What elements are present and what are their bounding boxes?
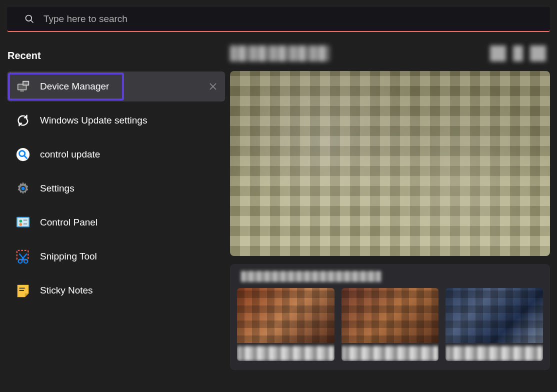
- blurred-header-icons: [490, 46, 546, 62]
- recent-item-snipping-tool[interactable]: Snipping Tool: [7, 242, 225, 272]
- svg-line-1: [31, 20, 34, 23]
- snipping-tool-icon: [15, 248, 31, 264]
- card-image: [446, 288, 543, 343]
- blurred-caption: [342, 346, 439, 361]
- featured-image[interactable]: [230, 71, 550, 256]
- search-input[interactable]: [24, 14, 550, 24]
- svg-point-18: [20, 223, 22, 226]
- blurred-subtitle: [241, 271, 381, 282]
- blurred-caption: [237, 346, 334, 361]
- content-panel: [230, 41, 557, 370]
- sticky-notes-icon: [15, 282, 31, 298]
- recent-item-device-manager[interactable]: Device Manager: [7, 72, 225, 102]
- search-icon: [24, 14, 34, 24]
- svg-rect-4: [20, 90, 24, 92]
- recent-item-sticky-notes[interactable]: Sticky Notes: [7, 276, 225, 306]
- blurred-icon: [513, 46, 523, 62]
- content-card[interactable]: [342, 288, 439, 361]
- content-header: [230, 41, 550, 66]
- device-manager-icon: [15, 78, 31, 94]
- settings-gear-icon: [15, 180, 31, 196]
- svg-rect-17: [24, 220, 28, 220]
- recent-item-windows-update-settings[interactable]: Windows Update settings: [7, 106, 225, 136]
- svg-rect-19: [24, 224, 28, 224]
- recent-item-control-update[interactable]: control update: [7, 140, 225, 170]
- recent-item-label: Device Manager: [40, 81, 109, 92]
- svg-point-21: [18, 260, 22, 264]
- blurred-icon: [490, 46, 506, 62]
- svg-point-13: [22, 187, 25, 190]
- recent-item-label: Windows Update settings: [40, 115, 147, 126]
- svg-point-9: [16, 148, 30, 161]
- recent-heading: Recent: [0, 50, 230, 72]
- blurred-caption: [446, 346, 543, 361]
- control-panel-icon: [15, 214, 31, 230]
- blurred-title: [230, 46, 330, 62]
- close-icon[interactable]: [207, 80, 219, 92]
- content-card[interactable]: [237, 288, 334, 361]
- recent-item-label: Sticky Notes: [40, 285, 93, 296]
- recent-item-settings[interactable]: Settings: [7, 174, 225, 204]
- svg-point-0: [26, 16, 32, 22]
- recent-item-label: Settings: [40, 183, 74, 194]
- card-row-container: [230, 264, 550, 370]
- card-image: [342, 288, 439, 343]
- svg-point-16: [20, 220, 22, 222]
- search-result-icon: [15, 146, 31, 162]
- svg-rect-6: [24, 82, 28, 85]
- update-icon: [15, 112, 31, 128]
- recent-item-label: Snipping Tool: [40, 251, 97, 262]
- recent-item-control-panel[interactable]: Control Panel: [7, 208, 225, 238]
- svg-point-22: [24, 260, 28, 264]
- content-card[interactable]: [446, 288, 543, 361]
- svg-rect-15: [18, 218, 29, 226]
- blurred-icon: [530, 46, 546, 62]
- recent-item-label: Control Panel: [40, 217, 98, 228]
- recent-item-label: control update: [40, 149, 100, 160]
- recent-panel: Recent Device Manager: [0, 41, 230, 370]
- card-image: [237, 288, 334, 343]
- search-bar[interactable]: [7, 7, 550, 32]
